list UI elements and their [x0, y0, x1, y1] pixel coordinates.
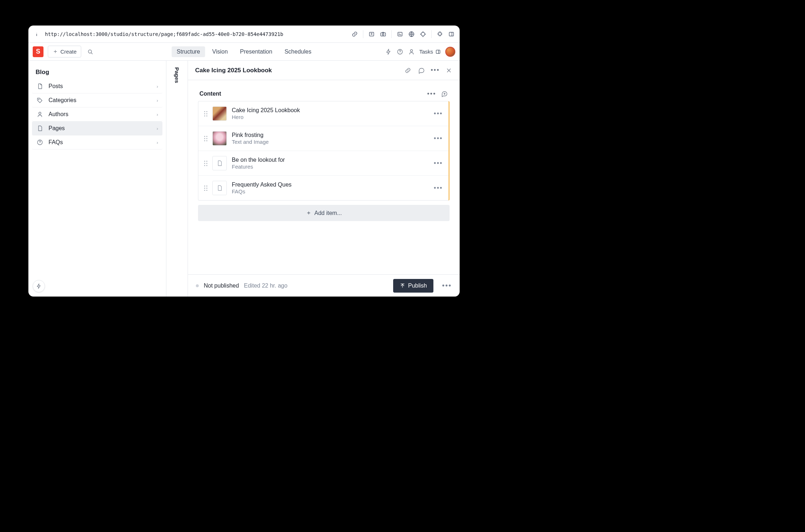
svg-rect-4 [398, 32, 402, 36]
url-text[interactable]: http://localhost:3000/studio/structure/p… [45, 31, 346, 37]
content-block[interactable]: Frequently Asked Ques FAQs ••• [198, 176, 448, 200]
chevron-right-icon: › [157, 112, 158, 117]
more-icon[interactable]: ••• [432, 67, 439, 74]
block-title: Pink frosting [232, 132, 269, 138]
block-thumbnail [212, 106, 227, 121]
pages-rail[interactable]: Pages [166, 61, 188, 297]
block-title: Cake Icing 2025 Lookbook [232, 107, 300, 114]
drag-handle-icon[interactable] [204, 136, 207, 141]
sidebar-item-authors[interactable]: Authors › [32, 107, 162, 121]
block-more-icon[interactable]: ••• [434, 110, 443, 118]
tab-schedules[interactable]: Schedules [280, 46, 317, 57]
status-dot-icon [196, 284, 199, 287]
pages-rail-label: Pages [174, 67, 180, 297]
document-pane: Cake Icing 2025 Lookbook ••• Content ••• [188, 61, 460, 297]
sidebar: Blog Posts › Categories › Authors › Page… [28, 61, 166, 297]
drag-handle-icon[interactable] [204, 185, 207, 191]
panel-icon[interactable] [448, 31, 455, 37]
sidebar-item-posts[interactable]: Posts › [32, 79, 162, 93]
target-icon[interactable] [420, 31, 426, 37]
page-icon [36, 125, 43, 132]
plus-icon: ＋ [52, 48, 58, 55]
publish-label: Publish [408, 283, 427, 289]
publish-status: Not published [204, 283, 239, 289]
app-body: Blog Posts › Categories › Authors › Page… [28, 61, 460, 297]
svg-point-8 [88, 50, 92, 53]
block-subtitle: FAQs [232, 188, 291, 194]
user-icon [36, 111, 43, 118]
document-icon [36, 83, 43, 90]
tab-vision[interactable]: Vision [207, 46, 233, 57]
sidebar-title: Blog [32, 64, 162, 79]
camera-icon[interactable] [380, 31, 386, 37]
chevron-right-icon: › [157, 98, 158, 103]
content-block[interactable]: Cake Icing 2025 Lookbook Hero ••• [198, 101, 448, 126]
document-body: Content ••• Cake Icing 2025 Lookbook Her… [188, 80, 460, 274]
document-header-actions: ••• [404, 67, 452, 74]
tab-structure[interactable]: Structure [172, 46, 205, 57]
globe-icon[interactable] [408, 31, 415, 37]
create-button[interactable]: ＋ Create [48, 46, 81, 58]
svg-rect-2 [381, 33, 386, 36]
content-block[interactable]: Be on the lookout for Features ••• [198, 151, 448, 176]
edited-timestamp: Edited 22 hr. ago [244, 283, 288, 289]
block-subtitle: Text and Image [232, 139, 269, 145]
app-window: http://localhost:3000/studio/structure/p… [28, 26, 460, 297]
close-icon[interactable] [445, 67, 452, 74]
block-subtitle: Features [232, 164, 285, 170]
chevron-right-icon: › [157, 126, 158, 131]
create-label: Create [60, 49, 77, 55]
sidebar-item-label: Posts [49, 83, 63, 90]
block-title: Be on the lookout for [232, 157, 285, 163]
doc-link-icon[interactable] [404, 67, 411, 74]
svg-point-16 [40, 143, 40, 144]
sidebar-item-label: FAQs [49, 139, 63, 146]
help-circle-icon [36, 139, 43, 146]
section-more-icon[interactable]: ••• [428, 90, 435, 97]
tasks-button[interactable]: Tasks [419, 49, 441, 55]
info-icon[interactable] [33, 31, 40, 37]
chevron-right-icon: › [157, 140, 158, 145]
block-more-icon[interactable]: ••• [434, 160, 443, 167]
document-header: Cake Icing 2025 Lookbook ••• [188, 61, 460, 80]
sidebar-item-label: Categories [49, 97, 76, 104]
bolt-icon[interactable] [385, 48, 392, 55]
drag-handle-icon[interactable] [204, 111, 207, 116]
add-item-label: Add item... [314, 210, 342, 216]
terminal-icon[interactable] [397, 31, 403, 37]
document-footer: Not published Edited 22 hr. ago Publish … [188, 274, 460, 297]
block-more-icon[interactable]: ••• [434, 184, 443, 192]
users-icon[interactable] [408, 48, 415, 55]
download-icon[interactable] [368, 31, 375, 37]
sidebar-item-faqs[interactable]: FAQs › [32, 136, 162, 150]
footer-more-icon[interactable]: ••• [442, 281, 452, 290]
app-logo[interactable]: S [33, 46, 43, 57]
quick-action-button[interactable] [33, 280, 45, 292]
add-item-button[interactable]: ＋ Add item... [198, 205, 450, 221]
content-block[interactable]: Pink frosting Text and Image ••• [198, 126, 448, 151]
search-button[interactable] [84, 46, 96, 58]
add-comment-icon[interactable] [441, 90, 448, 97]
content-label: Content [199, 91, 221, 97]
user-avatar[interactable] [445, 47, 455, 57]
block-more-icon[interactable]: ••• [434, 135, 443, 142]
sidebar-item-categories[interactable]: Categories › [32, 93, 162, 107]
sidebar-item-label: Authors [49, 111, 68, 118]
publish-button[interactable]: Publish [393, 279, 433, 293]
sidebar-item-label: Pages [49, 125, 65, 132]
content-block-list: Cake Icing 2025 Lookbook Hero ••• Pink f… [198, 101, 450, 201]
svg-point-0 [36, 33, 37, 33]
svg-point-6 [421, 32, 425, 36]
drag-handle-icon[interactable] [204, 161, 207, 166]
tab-presentation[interactable]: Presentation [235, 46, 277, 57]
comment-icon[interactable] [418, 67, 425, 74]
content-section-header: Content ••• [198, 90, 450, 97]
svg-point-11 [410, 50, 413, 52]
help-icon[interactable] [396, 48, 404, 55]
extension-icon[interactable] [437, 31, 443, 37]
link-icon[interactable] [351, 31, 358, 37]
svg-point-14 [39, 112, 41, 114]
topbar-right: Tasks [385, 47, 455, 57]
sidebar-item-pages[interactable]: Pages › [32, 121, 162, 136]
svg-point-13 [38, 99, 39, 100]
